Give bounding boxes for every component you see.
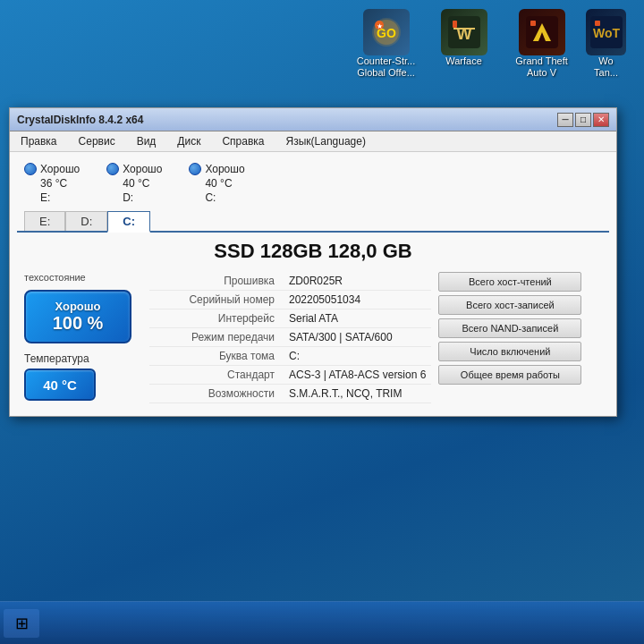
info-row-value: C: — [284, 347, 431, 366]
info-row-value: S.M.A.R.T., NCQ, TRIM — [284, 385, 431, 403]
health-value: 100 % — [53, 313, 104, 334]
status-c-good: Хорошо — [189, 163, 244, 175]
table-row: ВозможностиS.M.A.R.T., NCQ, TRIM — [149, 385, 431, 403]
menu-pravka[interactable]: Правка — [17, 133, 61, 149]
table-row: Режим передачиSATA/300 | SATA/600 — [149, 328, 431, 347]
svg-text:WoT: WoT — [592, 26, 620, 40]
info-row-label: Интерфейс — [149, 309, 284, 328]
table-row: СтандартACS-3 | ATA8-ACS version 6 — [149, 366, 431, 385]
table-row: ИнтерфейсSerial ATA — [149, 309, 431, 328]
info-row-label: Прошивка — [149, 272, 284, 291]
desktop-icons: GO ★ Counter-Str... Global Offe... W — [352, 9, 626, 79]
svg-rect-8 — [453, 21, 457, 28]
crystaldiskinfo-window: CrystalDiskInfo 8.4.2 x64 ─ □ ✕ Правка С… — [9, 107, 617, 417]
status-e-temp: 36 °C — [40, 177, 67, 190]
warface-icon-container[interactable]: W Warface — [430, 9, 497, 79]
info-row-value: ACS-3 | ATA8-ACS version 6 — [284, 366, 431, 385]
info-row-value: SATA/300 | SATA/600 — [284, 328, 431, 347]
gtav-icon-container[interactable]: Grand Theft Auto V — [508, 9, 575, 79]
status-c-drive: Хорошо 40 °C C: — [189, 163, 244, 204]
health-label: Хорошо — [55, 300, 100, 313]
table-row: ПрошивкаZD0R025R — [149, 272, 431, 291]
temperature-value: 40 °C — [43, 377, 77, 393]
tab-c-drive[interactable]: C: — [107, 211, 150, 233]
drive-name-row: SSD 128GB 128,0 GB — [17, 233, 609, 267]
info-table-container: ПрошивкаZD0R025RСерийный номер2022050510… — [149, 272, 431, 403]
csgo-icon-container[interactable]: GO ★ Counter-Str... Global Offe... — [352, 9, 419, 79]
window-body: Хорошо 36 °C E: Хорошо 40 °C D: — [10, 152, 616, 416]
table-row: Буква томаC: — [149, 347, 431, 366]
desktop: GO ★ Counter-Str... Global Offe... W — [0, 0, 644, 644]
menu-disk[interactable]: Диск — [174, 133, 204, 149]
maximize-button[interactable]: □ — [575, 113, 591, 127]
status-d-letter: D: — [123, 191, 133, 204]
info-table: ПрошивкаZD0R025RСерийный номер2022050510… — [149, 272, 431, 403]
status-c-indicator — [189, 163, 201, 175]
info-row-value: Serial ATA — [284, 309, 431, 328]
menu-spravka[interactable]: Справка — [218, 133, 267, 149]
window-title: CrystalDiskInfo 8.4.2 x64 — [17, 114, 143, 126]
gtav-icon — [519, 9, 565, 55]
info-row-value: 202205051034 — [284, 291, 431, 309]
status-e-drive: Хорошо 36 °C E: — [24, 163, 80, 204]
temperature-section: Температура 40 °C — [24, 352, 140, 401]
menu-servis[interactable]: Сервис — [75, 133, 119, 149]
info-row-label: Режим передачи — [149, 328, 284, 347]
status-d-good: Хорошо — [106, 163, 162, 175]
svg-rect-15 — [595, 21, 600, 26]
info-row-value: ZD0R025R — [284, 272, 431, 291]
menu-language[interactable]: Язык(Language) — [283, 133, 369, 149]
wot-label: Wo Tan... — [594, 55, 618, 79]
side-stat-button[interactable]: Всего хост-записей — [438, 295, 581, 315]
left-panel: техсостояние Хорошо 100 % Температура 40… — [24, 272, 140, 403]
status-row: Хорошо 36 °C E: Хорошо 40 °C D: — [17, 159, 609, 208]
right-info-area: ПрошивкаZD0R025RСерийный номер2022050510… — [149, 272, 581, 403]
status-e-good: Хорошо — [24, 163, 80, 175]
svg-text:★: ★ — [376, 22, 382, 30]
status-c-letter: C: — [205, 191, 216, 204]
info-row-label: Буква тома — [149, 347, 284, 366]
info-row-label: Серийный номер — [149, 291, 284, 309]
gtav-label: Grand Theft Auto V — [515, 55, 568, 79]
temperature-badge: 40 °C — [24, 369, 96, 401]
status-d-label: Хорошо — [123, 163, 162, 175]
tab-e-drive[interactable]: E: — [24, 211, 65, 231]
table-row: Серийный номер202205051034 — [149, 291, 431, 309]
drive-name: SSD 128GB 128,0 GB — [214, 240, 411, 262]
temperature-title: Температура — [24, 352, 140, 365]
svg-rect-12 — [530, 21, 536, 26]
wot-icon: WoT — [586, 9, 626, 55]
minimize-button[interactable]: ─ — [557, 113, 573, 127]
wot-icon-container[interactable]: WoT Wo Tan... — [586, 9, 626, 79]
drive-tabs: E: D: C: — [17, 208, 609, 233]
status-e-letter: E: — [40, 191, 50, 204]
tab-d-drive[interactable]: D: — [65, 211, 107, 231]
menu-vid[interactable]: Вид — [133, 133, 160, 149]
start-button[interactable]: ⊞ — [4, 609, 39, 638]
taskbar: ⊞ — [0, 601, 644, 644]
status-e-indicator — [24, 163, 37, 175]
side-stat-button[interactable]: Число включений — [438, 342, 581, 361]
status-d-temp: 40 °C — [123, 177, 149, 190]
health-title: техсостояние — [24, 272, 140, 283]
main-content: техсостояние Хорошо 100 % Температура 40… — [17, 267, 609, 409]
health-badge: Хорошо 100 % — [24, 290, 131, 343]
side-buttons: Всего хост-чтенийВсего хост-записейВсего… — [438, 272, 581, 403]
side-stat-button[interactable]: Всего NAND-записей — [438, 318, 581, 338]
window-titlebar: CrystalDiskInfo 8.4.2 x64 ─ □ ✕ — [10, 108, 616, 131]
status-c-label: Хорошо — [205, 163, 244, 175]
info-row-label: Стандарт — [149, 366, 284, 385]
csgo-label: Counter-Str... Global Offe... — [357, 55, 415, 79]
window-menubar: Правка Сервис Вид Диск Справка Язык(Lang… — [10, 131, 616, 152]
info-row-label: Возможности — [149, 385, 284, 403]
warface-label: Warface — [445, 55, 482, 67]
status-c-temp: 40 °C — [205, 177, 232, 190]
csgo-icon: GO ★ — [363, 9, 410, 55]
side-stat-button[interactable]: Общее время работы — [438, 365, 581, 385]
side-stat-button[interactable]: Всего хост-чтений — [438, 272, 581, 292]
status-d-indicator — [106, 163, 119, 175]
close-button[interactable]: ✕ — [593, 113, 609, 127]
status-d-drive: Хорошо 40 °C D: — [106, 163, 162, 204]
warface-icon: W — [441, 9, 487, 55]
status-e-label: Хорошо — [40, 163, 80, 175]
